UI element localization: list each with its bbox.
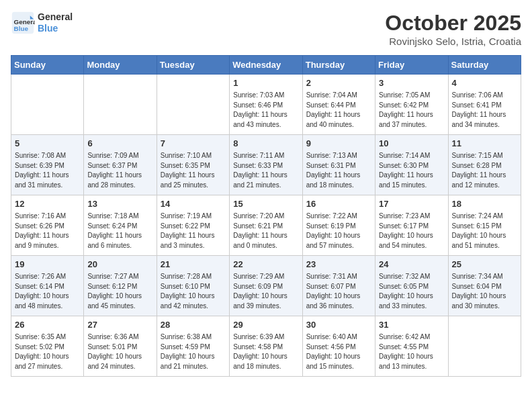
day-number: 26 <box>15 319 80 331</box>
month-title: October 2025 <box>385 11 521 36</box>
calendar-cell: 30Sunrise: 6:40 AM Sunset: 4:56 PM Dayli… <box>302 316 375 377</box>
day-info: Sunrise: 7:27 AM Sunset: 6:12 PM Dayligh… <box>87 272 152 311</box>
calendar-cell: 12Sunrise: 7:16 AM Sunset: 6:26 PM Dayli… <box>11 195 84 256</box>
day-number: 20 <box>87 259 152 271</box>
day-info: Sunrise: 6:38 AM Sunset: 4:59 PM Dayligh… <box>161 332 226 371</box>
day-info: Sunrise: 6:36 AM Sunset: 5:01 PM Dayligh… <box>87 332 152 371</box>
weekday-header-thursday: Thursday <box>302 56 375 75</box>
day-info: Sunrise: 7:28 AM Sunset: 6:10 PM Dayligh… <box>161 272 226 311</box>
day-info: Sunrise: 7:10 AM Sunset: 6:35 PM Dayligh… <box>161 151 226 190</box>
calendar-cell: 11Sunrise: 7:15 AM Sunset: 6:28 PM Dayli… <box>448 135 521 195</box>
day-number: 16 <box>306 198 371 210</box>
day-number: 18 <box>452 198 517 210</box>
day-number: 15 <box>233 198 298 210</box>
day-number: 28 <box>161 319 226 331</box>
day-info: Sunrise: 7:32 AM Sunset: 6:05 PM Dayligh… <box>379 272 444 311</box>
weekday-header-row: SundayMondayTuesdayWednesdayThursdayFrid… <box>11 56 521 75</box>
weekday-header-monday: Monday <box>84 56 157 75</box>
calendar-cell: 16Sunrise: 7:22 AM Sunset: 6:19 PM Dayli… <box>302 195 375 256</box>
calendar-cell: 1Sunrise: 7:03 AM Sunset: 6:46 PM Daylig… <box>230 75 302 135</box>
day-number: 21 <box>161 259 226 271</box>
day-info: Sunrise: 6:39 AM Sunset: 4:58 PM Dayligh… <box>233 332 298 371</box>
calendar-cell: 3Sunrise: 7:05 AM Sunset: 6:42 PM Daylig… <box>375 75 448 135</box>
day-number: 14 <box>161 198 226 210</box>
calendar-cell: 13Sunrise: 7:18 AM Sunset: 6:24 PM Dayli… <box>84 195 157 256</box>
day-info: Sunrise: 7:15 AM Sunset: 6:28 PM Dayligh… <box>452 151 517 190</box>
day-number: 12 <box>15 198 80 210</box>
day-info: Sunrise: 7:03 AM Sunset: 6:46 PM Dayligh… <box>233 91 298 130</box>
day-number: 2 <box>306 77 371 89</box>
calendar-cell: 18Sunrise: 7:24 AM Sunset: 6:15 PM Dayli… <box>448 195 521 256</box>
logo-line1: General <box>38 11 73 23</box>
day-info: Sunrise: 7:24 AM Sunset: 6:15 PM Dayligh… <box>452 212 517 250</box>
day-info: Sunrise: 7:16 AM Sunset: 6:26 PM Dayligh… <box>15 212 80 250</box>
day-info: Sunrise: 7:09 AM Sunset: 6:37 PM Dayligh… <box>87 151 152 190</box>
calendar-cell: 17Sunrise: 7:23 AM Sunset: 6:17 PM Dayli… <box>375 195 448 256</box>
logo-icon: General Blue <box>11 11 35 35</box>
weekday-header-tuesday: Tuesday <box>157 56 229 75</box>
logo-line2: Blue <box>38 23 73 34</box>
calendar-cell: 9Sunrise: 7:13 AM Sunset: 6:31 PM Daylig… <box>302 135 375 195</box>
calendar-cell <box>157 75 229 135</box>
day-number: 5 <box>15 138 80 150</box>
day-info: Sunrise: 7:31 AM Sunset: 6:07 PM Dayligh… <box>306 272 371 311</box>
day-info: Sunrise: 6:35 AM Sunset: 5:02 PM Dayligh… <box>15 332 80 371</box>
day-info: Sunrise: 7:08 AM Sunset: 6:39 PM Dayligh… <box>15 151 80 190</box>
day-number: 3 <box>379 77 444 89</box>
page-header: General Blue General Blue October 2025 R… <box>11 11 521 47</box>
day-number: 24 <box>379 259 444 271</box>
calendar-cell: 27Sunrise: 6:36 AM Sunset: 5:01 PM Dayli… <box>84 316 157 377</box>
calendar-cell: 29Sunrise: 6:39 AM Sunset: 4:58 PM Dayli… <box>230 316 302 377</box>
calendar-cell: 19Sunrise: 7:26 AM Sunset: 6:14 PM Dayli… <box>11 256 84 316</box>
day-info: Sunrise: 7:26 AM Sunset: 6:14 PM Dayligh… <box>15 272 80 311</box>
day-info: Sunrise: 7:04 AM Sunset: 6:44 PM Dayligh… <box>306 91 371 130</box>
day-info: Sunrise: 7:11 AM Sunset: 6:33 PM Dayligh… <box>233 151 298 190</box>
day-number: 31 <box>379 319 444 331</box>
weekday-header-saturday: Saturday <box>448 56 521 75</box>
day-info: Sunrise: 6:40 AM Sunset: 4:56 PM Dayligh… <box>306 332 371 371</box>
day-info: Sunrise: 7:22 AM Sunset: 6:19 PM Dayligh… <box>306 212 371 250</box>
calendar-cell <box>11 75 84 135</box>
calendar-cell: 26Sunrise: 6:35 AM Sunset: 5:02 PM Dayli… <box>11 316 84 377</box>
calendar-week-2: 5Sunrise: 7:08 AM Sunset: 6:39 PM Daylig… <box>11 135 521 195</box>
day-number: 25 <box>452 259 517 271</box>
weekday-header-sunday: Sunday <box>11 56 84 75</box>
calendar-cell: 8Sunrise: 7:11 AM Sunset: 6:33 PM Daylig… <box>230 135 302 195</box>
calendar-cell: 21Sunrise: 7:28 AM Sunset: 6:10 PM Dayli… <box>157 256 229 316</box>
day-info: Sunrise: 7:34 AM Sunset: 6:04 PM Dayligh… <box>452 272 517 311</box>
day-number: 11 <box>452 138 517 150</box>
day-number: 6 <box>87 138 152 150</box>
calendar-cell: 6Sunrise: 7:09 AM Sunset: 6:37 PM Daylig… <box>84 135 157 195</box>
day-number: 22 <box>233 259 298 271</box>
day-info: Sunrise: 7:06 AM Sunset: 6:41 PM Dayligh… <box>452 91 517 130</box>
day-number: 23 <box>306 259 371 271</box>
calendar-cell: 15Sunrise: 7:20 AM Sunset: 6:21 PM Dayli… <box>230 195 302 256</box>
day-number: 1 <box>233 77 298 89</box>
svg-text:Blue: Blue <box>14 25 29 32</box>
day-number: 17 <box>379 198 444 210</box>
calendar-cell <box>84 75 157 135</box>
day-info: Sunrise: 6:42 AM Sunset: 4:55 PM Dayligh… <box>379 332 444 371</box>
calendar-cell: 31Sunrise: 6:42 AM Sunset: 4:55 PM Dayli… <box>375 316 448 377</box>
calendar-cell: 2Sunrise: 7:04 AM Sunset: 6:44 PM Daylig… <box>302 75 375 135</box>
calendar-body: 1Sunrise: 7:03 AM Sunset: 6:46 PM Daylig… <box>11 75 521 377</box>
calendar-cell: 24Sunrise: 7:32 AM Sunset: 6:05 PM Dayli… <box>375 256 448 316</box>
day-number: 7 <box>161 138 226 150</box>
day-number: 27 <box>87 319 152 331</box>
day-info: Sunrise: 7:18 AM Sunset: 6:24 PM Dayligh… <box>87 212 152 250</box>
day-info: Sunrise: 7:20 AM Sunset: 6:21 PM Dayligh… <box>233 212 298 250</box>
day-number: 13 <box>87 198 152 210</box>
logo: General Blue General Blue <box>11 11 73 35</box>
calendar-week-3: 12Sunrise: 7:16 AM Sunset: 6:26 PM Dayli… <box>11 195 521 256</box>
day-number: 29 <box>233 319 298 331</box>
calendar-cell: 14Sunrise: 7:19 AM Sunset: 6:22 PM Dayli… <box>157 195 229 256</box>
weekday-header-friday: Friday <box>375 56 448 75</box>
day-info: Sunrise: 7:23 AM Sunset: 6:17 PM Dayligh… <box>379 212 444 250</box>
calendar-cell: 25Sunrise: 7:34 AM Sunset: 6:04 PM Dayli… <box>448 256 521 316</box>
day-number: 8 <box>233 138 298 150</box>
calendar-week-5: 26Sunrise: 6:35 AM Sunset: 5:02 PM Dayli… <box>11 316 521 377</box>
calendar-week-1: 1Sunrise: 7:03 AM Sunset: 6:46 PM Daylig… <box>11 75 521 135</box>
weekday-header-wednesday: Wednesday <box>230 56 302 75</box>
calendar-cell: 5Sunrise: 7:08 AM Sunset: 6:39 PM Daylig… <box>11 135 84 195</box>
calendar-cell: 20Sunrise: 7:27 AM Sunset: 6:12 PM Dayli… <box>84 256 157 316</box>
